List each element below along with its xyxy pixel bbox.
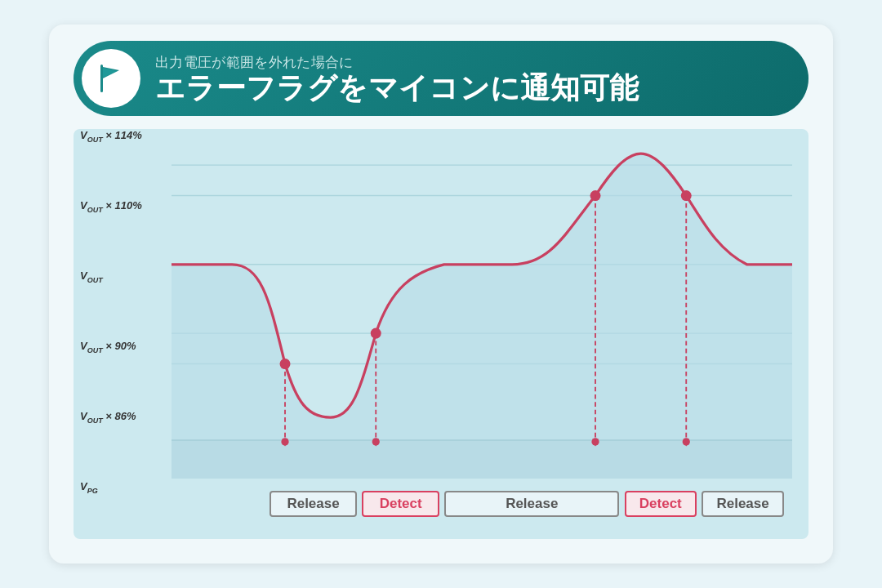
y-label-vpg: VPG — [80, 480, 142, 495]
flag-icon — [82, 49, 140, 108]
btn-release-2: Release — [444, 491, 619, 517]
svg-point-21 — [372, 438, 380, 445]
svg-point-20 — [281, 438, 288, 445]
chart-svg — [172, 142, 792, 479]
btn-release-1: Release — [270, 491, 357, 517]
chart-svg-wrap: Release Detect Release Detect Release — [172, 142, 792, 523]
y-label-vout: VOUT — [80, 270, 142, 284]
y-label-vout86: VOUT × 86% — [80, 410, 142, 425]
svg-rect-0 — [100, 65, 103, 92]
y-label-vout114: VOUT × 114% — [80, 129, 142, 144]
btn-release-3: Release — [702, 491, 784, 517]
header-text-block: 出力電圧が範囲を外れた場合に エラーフラグをマイコンに通知可能 — [155, 53, 639, 105]
bottom-labels: Release Detect Release Detect Release — [270, 485, 784, 523]
y-label-vout110: VOUT × 110% — [80, 199, 142, 214]
header-banner: 出力電圧が範囲を外れた場合に エラーフラグをマイコンに通知可能 — [74, 41, 808, 116]
btn-detect-1: Detect — [362, 491, 439, 517]
btn-detect-2: Detect — [625, 491, 697, 517]
header-subtitle: 出力電圧が範囲を外れた場合に — [155, 53, 639, 72]
svg-point-22 — [591, 438, 599, 445]
header-title: エラーフラグをマイコンに通知可能 — [155, 72, 639, 105]
svg-point-23 — [683, 438, 690, 445]
chart-area: VOUT × 114% VOUT × 110% VOUT VOUT × 90% … — [74, 129, 808, 539]
main-card: 出力電圧が範囲を外れた場合に エラーフラグをマイコンに通知可能 VOUT × 1… — [49, 24, 833, 564]
y-axis-labels: VOUT × 114% VOUT × 110% VOUT VOUT × 90% … — [80, 129, 142, 495]
y-label-vout90: VOUT × 90% — [80, 340, 142, 354]
